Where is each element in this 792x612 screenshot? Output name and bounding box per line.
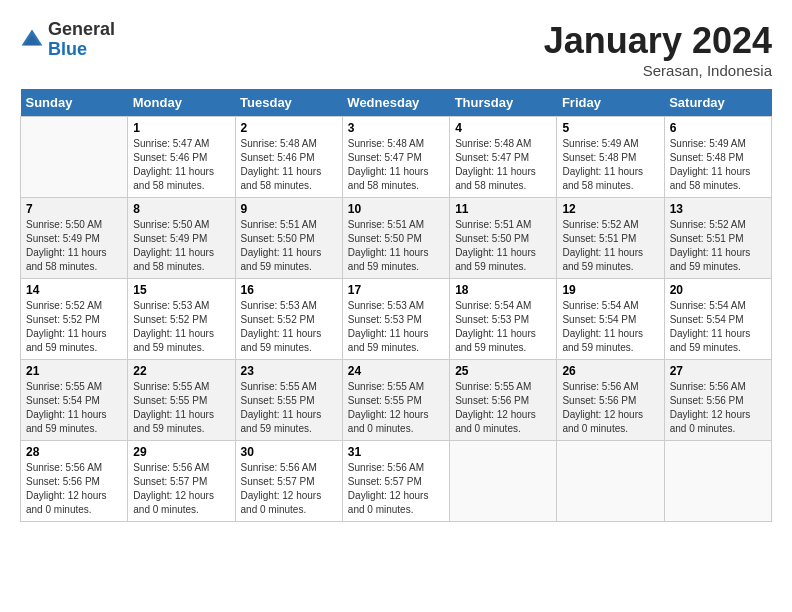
calendar-cell: 16Sunrise: 5:53 AMSunset: 5:52 PMDayligh… [235, 279, 342, 360]
day-number: 19 [562, 283, 658, 297]
calendar-cell [450, 441, 557, 522]
day-number: 21 [26, 364, 122, 378]
calendar-cell [664, 441, 771, 522]
day-info: Sunrise: 5:54 AMSunset: 5:53 PMDaylight:… [455, 299, 551, 355]
day-info: Sunrise: 5:48 AMSunset: 5:46 PMDaylight:… [241, 137, 337, 193]
day-info: Sunrise: 5:53 AMSunset: 5:53 PMDaylight:… [348, 299, 444, 355]
day-info: Sunrise: 5:56 AMSunset: 5:57 PMDaylight:… [241, 461, 337, 517]
calendar-cell: 3Sunrise: 5:48 AMSunset: 5:47 PMDaylight… [342, 117, 449, 198]
logo-general-text: General [48, 20, 115, 40]
page-header: General Blue January 2024 Serasan, Indon… [20, 20, 772, 79]
day-info: Sunrise: 5:52 AMSunset: 5:51 PMDaylight:… [670, 218, 766, 274]
day-info: Sunrise: 5:56 AMSunset: 5:57 PMDaylight:… [133, 461, 229, 517]
day-number: 11 [455, 202, 551, 216]
day-number: 22 [133, 364, 229, 378]
calendar-cell: 25Sunrise: 5:55 AMSunset: 5:56 PMDayligh… [450, 360, 557, 441]
day-info: Sunrise: 5:49 AMSunset: 5:48 PMDaylight:… [562, 137, 658, 193]
calendar-week-row: 1Sunrise: 5:47 AMSunset: 5:46 PMDaylight… [21, 117, 772, 198]
logo: General Blue [20, 20, 115, 60]
calendar-cell: 8Sunrise: 5:50 AMSunset: 5:49 PMDaylight… [128, 198, 235, 279]
title-block: January 2024 Serasan, Indonesia [544, 20, 772, 79]
calendar-cell: 4Sunrise: 5:48 AMSunset: 5:47 PMDaylight… [450, 117, 557, 198]
day-info: Sunrise: 5:53 AMSunset: 5:52 PMDaylight:… [133, 299, 229, 355]
day-info: Sunrise: 5:48 AMSunset: 5:47 PMDaylight:… [455, 137, 551, 193]
day-info: Sunrise: 5:55 AMSunset: 5:54 PMDaylight:… [26, 380, 122, 436]
calendar-cell: 19Sunrise: 5:54 AMSunset: 5:54 PMDayligh… [557, 279, 664, 360]
day-number: 16 [241, 283, 337, 297]
calendar-cell: 10Sunrise: 5:51 AMSunset: 5:50 PMDayligh… [342, 198, 449, 279]
day-info: Sunrise: 5:47 AMSunset: 5:46 PMDaylight:… [133, 137, 229, 193]
calendar-cell: 31Sunrise: 5:56 AMSunset: 5:57 PMDayligh… [342, 441, 449, 522]
day-number: 31 [348, 445, 444, 459]
day-info: Sunrise: 5:54 AMSunset: 5:54 PMDaylight:… [562, 299, 658, 355]
calendar-week-row: 14Sunrise: 5:52 AMSunset: 5:52 PMDayligh… [21, 279, 772, 360]
day-number: 24 [348, 364, 444, 378]
calendar-cell: 30Sunrise: 5:56 AMSunset: 5:57 PMDayligh… [235, 441, 342, 522]
calendar-cell: 15Sunrise: 5:53 AMSunset: 5:52 PMDayligh… [128, 279, 235, 360]
day-number: 18 [455, 283, 551, 297]
calendar-cell: 22Sunrise: 5:55 AMSunset: 5:55 PMDayligh… [128, 360, 235, 441]
calendar-week-row: 21Sunrise: 5:55 AMSunset: 5:54 PMDayligh… [21, 360, 772, 441]
day-info: Sunrise: 5:52 AMSunset: 5:52 PMDaylight:… [26, 299, 122, 355]
calendar-header-row: SundayMondayTuesdayWednesdayThursdayFrid… [21, 89, 772, 117]
day-number: 15 [133, 283, 229, 297]
calendar-cell: 24Sunrise: 5:55 AMSunset: 5:55 PMDayligh… [342, 360, 449, 441]
day-info: Sunrise: 5:56 AMSunset: 5:56 PMDaylight:… [26, 461, 122, 517]
calendar-cell: 28Sunrise: 5:56 AMSunset: 5:56 PMDayligh… [21, 441, 128, 522]
calendar-cell: 14Sunrise: 5:52 AMSunset: 5:52 PMDayligh… [21, 279, 128, 360]
calendar-cell: 17Sunrise: 5:53 AMSunset: 5:53 PMDayligh… [342, 279, 449, 360]
day-info: Sunrise: 5:56 AMSunset: 5:56 PMDaylight:… [562, 380, 658, 436]
day-info: Sunrise: 5:56 AMSunset: 5:56 PMDaylight:… [670, 380, 766, 436]
day-info: Sunrise: 5:55 AMSunset: 5:55 PMDaylight:… [348, 380, 444, 436]
day-info: Sunrise: 5:54 AMSunset: 5:54 PMDaylight:… [670, 299, 766, 355]
logo-icon [20, 28, 44, 52]
day-info: Sunrise: 5:55 AMSunset: 5:55 PMDaylight:… [133, 380, 229, 436]
calendar-cell: 7Sunrise: 5:50 AMSunset: 5:49 PMDaylight… [21, 198, 128, 279]
day-number: 5 [562, 121, 658, 135]
location-subtitle: Serasan, Indonesia [544, 62, 772, 79]
calendar-week-row: 28Sunrise: 5:56 AMSunset: 5:56 PMDayligh… [21, 441, 772, 522]
day-info: Sunrise: 5:53 AMSunset: 5:52 PMDaylight:… [241, 299, 337, 355]
day-number: 12 [562, 202, 658, 216]
column-header-friday: Friday [557, 89, 664, 117]
day-number: 3 [348, 121, 444, 135]
day-number: 20 [670, 283, 766, 297]
day-number: 27 [670, 364, 766, 378]
day-number: 17 [348, 283, 444, 297]
calendar-cell: 6Sunrise: 5:49 AMSunset: 5:48 PMDaylight… [664, 117, 771, 198]
day-number: 2 [241, 121, 337, 135]
calendar-week-row: 7Sunrise: 5:50 AMSunset: 5:49 PMDaylight… [21, 198, 772, 279]
day-number: 30 [241, 445, 337, 459]
day-info: Sunrise: 5:51 AMSunset: 5:50 PMDaylight:… [241, 218, 337, 274]
calendar-cell: 18Sunrise: 5:54 AMSunset: 5:53 PMDayligh… [450, 279, 557, 360]
day-info: Sunrise: 5:55 AMSunset: 5:55 PMDaylight:… [241, 380, 337, 436]
day-info: Sunrise: 5:51 AMSunset: 5:50 PMDaylight:… [455, 218, 551, 274]
day-number: 25 [455, 364, 551, 378]
day-info: Sunrise: 5:50 AMSunset: 5:49 PMDaylight:… [26, 218, 122, 274]
day-info: Sunrise: 5:49 AMSunset: 5:48 PMDaylight:… [670, 137, 766, 193]
calendar-cell: 2Sunrise: 5:48 AMSunset: 5:46 PMDaylight… [235, 117, 342, 198]
calendar-cell: 5Sunrise: 5:49 AMSunset: 5:48 PMDaylight… [557, 117, 664, 198]
day-info: Sunrise: 5:52 AMSunset: 5:51 PMDaylight:… [562, 218, 658, 274]
calendar-cell: 13Sunrise: 5:52 AMSunset: 5:51 PMDayligh… [664, 198, 771, 279]
day-number: 6 [670, 121, 766, 135]
day-number: 29 [133, 445, 229, 459]
day-number: 7 [26, 202, 122, 216]
column-header-saturday: Saturday [664, 89, 771, 117]
day-number: 14 [26, 283, 122, 297]
day-info: Sunrise: 5:48 AMSunset: 5:47 PMDaylight:… [348, 137, 444, 193]
day-number: 1 [133, 121, 229, 135]
calendar-cell: 27Sunrise: 5:56 AMSunset: 5:56 PMDayligh… [664, 360, 771, 441]
day-info: Sunrise: 5:51 AMSunset: 5:50 PMDaylight:… [348, 218, 444, 274]
column-header-monday: Monday [128, 89, 235, 117]
day-number: 10 [348, 202, 444, 216]
calendar-cell: 21Sunrise: 5:55 AMSunset: 5:54 PMDayligh… [21, 360, 128, 441]
calendar-cell [21, 117, 128, 198]
calendar-cell: 1Sunrise: 5:47 AMSunset: 5:46 PMDaylight… [128, 117, 235, 198]
day-number: 4 [455, 121, 551, 135]
calendar-cell: 23Sunrise: 5:55 AMSunset: 5:55 PMDayligh… [235, 360, 342, 441]
day-number: 9 [241, 202, 337, 216]
calendar-cell: 12Sunrise: 5:52 AMSunset: 5:51 PMDayligh… [557, 198, 664, 279]
calendar-cell: 11Sunrise: 5:51 AMSunset: 5:50 PMDayligh… [450, 198, 557, 279]
calendar-cell [557, 441, 664, 522]
